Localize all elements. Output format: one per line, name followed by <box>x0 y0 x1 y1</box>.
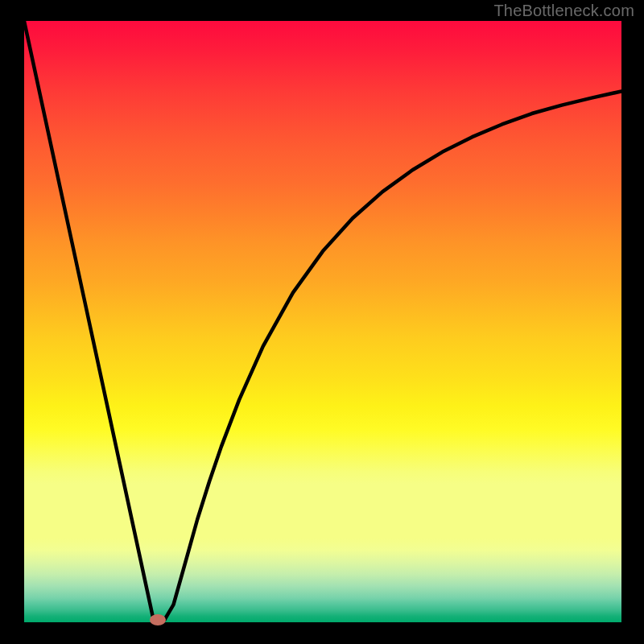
plot-area <box>24 21 621 622</box>
watermark-text: TheBottleneck.com <box>493 2 634 20</box>
chart-frame: TheBottleneck.com <box>0 0 644 644</box>
optimal-point-marker <box>150 614 166 625</box>
bottleneck-curve <box>24 21 621 622</box>
